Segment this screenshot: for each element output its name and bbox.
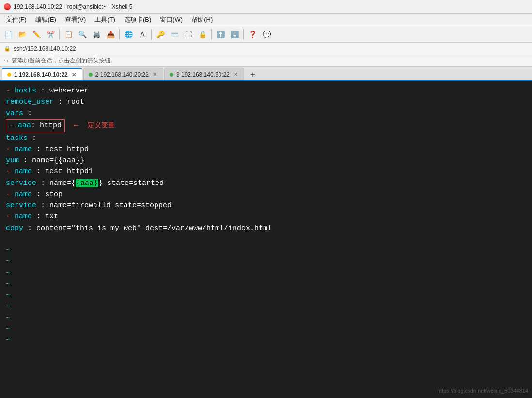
menu-tools[interactable]: 工具(T) — [91, 15, 119, 25]
line-name-stop: - name : stop — [6, 189, 526, 200]
toolbar-copy[interactable]: 📋 — [62, 28, 75, 41]
arrow-annotation: ← — [74, 119, 79, 133]
toolbar-sep1 — [59, 29, 60, 40]
tab-label-2: 2 192.168.140.20:22 — [95, 71, 149, 78]
watermark: https://blog.csdn.net/weixin_50344814 — [438, 387, 528, 395]
line-remote-user: remote_user : root — [6, 96, 526, 107]
tab-close-2[interactable]: ✕ — [152, 71, 158, 77]
toolbar-chat[interactable]: 💬 — [260, 28, 273, 41]
address-bar: 🔒 ssh://192.168.140.10:22 — [0, 43, 532, 55]
line-copy: copy : content="this is my web" dest=/va… — [6, 223, 526, 234]
toolbar-fullscreen[interactable]: ⛶ — [182, 28, 195, 41]
toolbar-print[interactable]: 🖨️ — [90, 28, 103, 41]
tilde-3: ~ — [6, 268, 526, 279]
tilde-1: ~ — [6, 245, 526, 256]
menu-tab[interactable]: 选项卡(B) — [120, 15, 155, 25]
toolbar-sep2 — [119, 29, 120, 40]
tilde-7: ~ — [6, 313, 526, 324]
line-aaa: - aaa: httpd ← 定义变量 — [6, 119, 526, 133]
menu-window[interactable]: 窗口(W) — [156, 15, 187, 25]
tab-add-button[interactable]: + — [247, 69, 259, 80]
toolbar-help[interactable]: ❓ — [246, 28, 259, 41]
title-bar: 192.168.140.10:22 - root@ansible:~ - Xsh… — [0, 0, 532, 14]
menu-help[interactable]: 帮助(H) — [188, 15, 217, 25]
tab-dot-2 — [89, 73, 93, 77]
toolbar-key[interactable]: 🔑 — [154, 28, 167, 41]
toolbar-send[interactable]: 📤 — [104, 28, 117, 41]
tilde-9: ~ — [6, 335, 526, 346]
info-text: 要添加当前会话，点击左侧的箭头按钮。 — [12, 57, 116, 65]
tab-dot-1 — [7, 73, 11, 77]
line-empty — [6, 234, 526, 245]
toolbar-sep4 — [211, 29, 212, 40]
tab-3[interactable]: 3 192.168.140.30:22 ✕ — [164, 68, 244, 80]
line-name-test-httpd1: - name : test httpd1 — [6, 166, 526, 177]
line-service-started: service : name={{aaa}} state=started — [6, 178, 526, 189]
tab-bar: 1 192.168.140.10:22 ✕ 2 192.168.140.20:2… — [0, 67, 532, 81]
terminal[interactable]: - hosts : webserver remote_user : root v… — [0, 81, 532, 398]
toolbar-sep3 — [151, 29, 152, 40]
line-vars: vars : — [6, 108, 526, 119]
tab-close-1[interactable]: ✕ — [71, 72, 77, 78]
address-text: ssh://192.168.140.10:22 — [14, 46, 76, 52]
tab-label-3: 3 192.168.140.30:22 — [176, 71, 230, 78]
menu-edit[interactable]: 编辑(E) — [31, 15, 60, 25]
tilde-6: ~ — [6, 301, 526, 312]
tab-1[interactable]: 1 192.168.140.10:22 ✕ — [2, 68, 82, 80]
toolbar-new[interactable]: 📄 — [2, 28, 15, 41]
line-service-stopped: service : name=firewalld state=stopped — [6, 200, 526, 211]
tilde-5: ~ — [6, 290, 526, 301]
toolbar-transfer[interactable]: ⬆️ — [214, 28, 227, 41]
menu-view[interactable]: 查看(V) — [61, 15, 90, 25]
toolbar-globe[interactable]: 🌐 — [122, 28, 135, 41]
app-icon — [4, 3, 11, 10]
line-yum: yum : name={{aaa}} — [6, 155, 526, 166]
line-name-txt: - name : txt — [6, 211, 526, 222]
line-name-test-httpd: - name : test httpd — [6, 144, 526, 155]
tab-label-1: 1 192.168.140.10:22 — [14, 71, 68, 78]
info-bar: ↪ 要添加当前会话，点击左侧的箭头按钮。 — [0, 55, 532, 67]
tilde-8: ~ — [6, 324, 526, 335]
title-text: 192.168.140.10:22 - root@ansible:~ - Xsh… — [14, 3, 132, 10]
menu-bar: 文件(F) 编辑(E) 查看(V) 工具(T) 选项卡(B) 窗口(W) 帮助(… — [0, 14, 532, 26]
tilde-2: ~ — [6, 256, 526, 267]
arrow-icon: ↪ — [4, 58, 9, 64]
toolbar: 📄 📂 ✏️ ✂️ 📋 🔍 🖨️ 📤 🌐 A 🔑 ⌨️ ⛶ 🔒 ⬆️ ⬇️ ❓ … — [0, 26, 532, 43]
toolbar-open[interactable]: 📂 — [16, 28, 29, 41]
line-hosts: - hosts : webserver — [6, 85, 526, 96]
toolbar-edit[interactable]: ✏️ — [30, 28, 43, 41]
toolbar-lock[interactable]: 🔒 — [196, 28, 209, 41]
lock-icon: 🔒 — [4, 46, 11, 52]
toolbar-keyboard[interactable]: ⌨️ — [168, 28, 181, 41]
toolbar-paste[interactable]: 🔍 — [76, 28, 89, 41]
toolbar-font[interactable]: A — [136, 28, 149, 41]
toolbar-cut[interactable]: ✂️ — [44, 28, 57, 41]
tab-dot-3 — [170, 73, 173, 77]
line-tasks: tasks : — [6, 133, 526, 144]
tab-2[interactable]: 2 192.168.140.20:22 ✕ — [83, 68, 163, 80]
toolbar-sftp[interactable]: ⬇️ — [228, 28, 241, 41]
menu-file[interactable]: 文件(F) — [2, 15, 31, 25]
annotation-text: 定义变量 — [88, 121, 115, 131]
tilde-4: ~ — [6, 279, 526, 290]
tab-close-3[interactable]: ✕ — [233, 71, 239, 77]
toolbar-sep5 — [243, 29, 244, 40]
